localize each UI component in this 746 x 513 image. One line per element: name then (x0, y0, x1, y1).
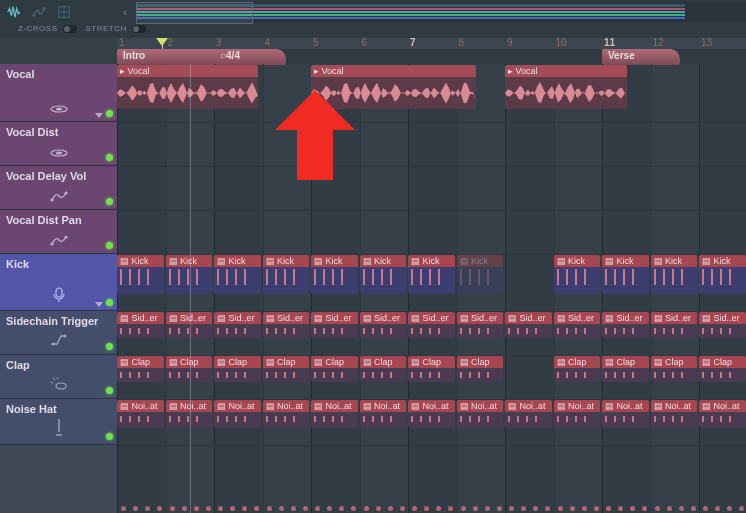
pattern-clip[interactable]: ▤ Noi..at (408, 400, 455, 428)
minimap-viewport[interactable] (136, 2, 253, 24)
timeline-marker[interactable]: Verse (602, 49, 680, 65)
track-expand-icon[interactable] (95, 113, 103, 118)
pattern-clip[interactable]: ▤ Noi..at (651, 400, 698, 428)
track-lane[interactable]: ▤ Clap▤ Clap▤ Clap▤ Clap▤ Clap▤ Clap▤ Cl… (117, 355, 746, 400)
svg-point-1 (43, 7, 46, 10)
pattern-clip[interactable]: ▤ Sid..er (408, 312, 455, 338)
scroll-left-button[interactable]: ‹ (117, 0, 133, 24)
pattern-clip[interactable]: ▤ Kick (408, 255, 455, 294)
pattern-clip[interactable]: ▤ Kick (360, 255, 407, 294)
minimap[interactable] (136, 2, 746, 22)
track-lane[interactable]: ▤ Noi..at▤ Noi..at▤ Noi..at▤ Noi..at▤ No… (117, 399, 746, 446)
pattern-clip[interactable]: ▤ Sid..er (602, 312, 649, 338)
track-header[interactable]: Vocal Delay Vol (0, 166, 117, 210)
clip-label: ▤ Noi..at (602, 400, 649, 412)
pattern-clip[interactable]: ▤ Kick (214, 255, 261, 294)
track-lane[interactable] (117, 122, 746, 167)
pattern-clip[interactable]: ▤ Clap (117, 356, 164, 382)
clip-label: ▤ Clap (117, 356, 164, 368)
track-enable-led[interactable] (106, 299, 113, 306)
arrangement-grid[interactable]: ▸ Vocal▸ Vocal▸ Vocal▤ Kick▤ Kick▤ Kick▤… (117, 64, 746, 513)
audio-clip[interactable]: ▸ Vocal (117, 65, 258, 109)
timeline-marker[interactable]: ○4/4 (214, 49, 286, 65)
pattern-clip[interactable]: ▤ Sid..er (554, 312, 601, 338)
track-header[interactable]: Sidechain Trigger (0, 311, 117, 355)
track-enable-led[interactable] (106, 154, 113, 161)
playhead[interactable] (162, 38, 163, 49)
pattern-clip[interactable]: ▤ Kick (602, 255, 649, 294)
track-header[interactable]: Kick (0, 254, 117, 311)
track-lane[interactable]: ▤ Sid..er▤ Sid..er▤ Sid..er▤ Sid..er▤ Si… (117, 311, 746, 356)
ruler-bar-number: 7 (410, 37, 416, 48)
pattern-clip[interactable]: ▤ Sid..er (651, 312, 698, 338)
clip-label: ▤ Noi..at (699, 400, 746, 412)
pattern-clip[interactable]: ▤ Clap (360, 356, 407, 382)
pattern-clip[interactable]: ▤ Kick (263, 255, 310, 294)
pattern-clip[interactable]: ▤ Noi..at (457, 400, 504, 428)
timeline-ruler[interactable]: 12345678910111213 (117, 38, 746, 49)
track-enable-led[interactable] (106, 110, 113, 117)
grid-tool-icon[interactable] (53, 2, 75, 22)
pattern-clip[interactable]: ▤ Sid..er (699, 312, 746, 338)
pattern-clip[interactable]: ▤ Clap (602, 356, 649, 382)
clip-label: ▤ Clap (457, 356, 504, 368)
pattern-clip[interactable]: ▤ Clap (166, 356, 213, 382)
clip-label: ▤ Sid..er (166, 312, 213, 324)
pattern-clip[interactable]: ▤ Sid..er (457, 312, 504, 338)
pattern-clip[interactable]: ▤ Sid..er (263, 312, 310, 338)
pattern-clip[interactable]: ▤ Sid..er (214, 312, 261, 338)
envelope-tool-icon[interactable] (28, 2, 50, 22)
track-header[interactable]: Vocal Dist (0, 122, 117, 166)
pattern-clip[interactable]: ▤ Kick (554, 255, 601, 294)
audio-clip[interactable]: ▸ Vocal (505, 65, 627, 109)
stretch-toggle[interactable] (132, 25, 146, 33)
pattern-clip[interactable]: ▤ Sid..er (166, 312, 213, 338)
track-lane[interactable]: ▸ Vocal▸ Vocal▸ Vocal (117, 64, 746, 123)
waveform-tool-icon[interactable] (3, 2, 25, 22)
track-header[interactable]: Vocal (0, 64, 117, 122)
pattern-clip[interactable]: ▤ Noi..at (602, 400, 649, 428)
pattern-clip[interactable]: ▤ Sid..er (360, 312, 407, 338)
pattern-clip[interactable]: ▤ Kick (166, 255, 213, 294)
pattern-clip[interactable]: ▤ Kick (699, 255, 746, 294)
pattern-clip[interactable]: ▤ Noi..at (311, 400, 358, 428)
track-enable-led[interactable] (106, 198, 113, 205)
track-header[interactable]: Noise Hat (0, 399, 117, 445)
track-enable-led[interactable] (106, 433, 113, 440)
track-enable-led[interactable] (106, 343, 113, 350)
pattern-clip[interactable]: ▤ Sid..er (311, 312, 358, 338)
pattern-clip[interactable]: ▤ Kick (117, 255, 164, 294)
pattern-clip[interactable]: ▤ Sid..er (505, 312, 552, 338)
pattern-clip[interactable]: ▤ Clap (457, 356, 504, 382)
pattern-clip[interactable]: ▤ Noi..at (166, 400, 213, 428)
pattern-clip[interactable]: ▤ Kick (457, 255, 504, 294)
track-lane[interactable] (117, 210, 746, 255)
track-lane[interactable]: ▤ Kick▤ Kick▤ Kick▤ Kick▤ Kick▤ Kick▤ Ki… (117, 254, 746, 312)
pattern-clip[interactable]: ▤ Noi..at (699, 400, 746, 428)
pattern-clip[interactable]: ▤ Noi..at (505, 400, 552, 428)
pattern-clip[interactable]: ▤ Sid..er (117, 312, 164, 338)
track-header[interactable]: Clap (0, 355, 117, 399)
track-lane[interactable] (117, 166, 746, 211)
pattern-clip[interactable]: ▤ Noi..at (360, 400, 407, 428)
pattern-clip[interactable]: ▤ Kick (651, 255, 698, 294)
track-header[interactable]: Vocal Dist Pan (0, 210, 117, 254)
pattern-clip[interactable]: ▤ Clap (311, 356, 358, 382)
track-enable-led[interactable] (106, 387, 113, 394)
pattern-clip[interactable]: ▤ Clap (651, 356, 698, 382)
marker-lane[interactable]: Intro○4/4Verse (117, 49, 746, 64)
track-expand-icon[interactable] (95, 302, 103, 307)
pattern-clip[interactable]: ▤ Clap (263, 356, 310, 382)
pattern-clip[interactable]: ▤ Noi..at (554, 400, 601, 428)
pattern-clip[interactable]: ▤ Clap (554, 356, 601, 382)
ruler-bar-number: 10 (556, 37, 567, 48)
pattern-clip[interactable]: ▤ Clap (699, 356, 746, 382)
pattern-clip[interactable]: ▤ Clap (214, 356, 261, 382)
track-enable-led[interactable] (106, 242, 113, 249)
zcross-toggle[interactable] (63, 25, 77, 33)
pattern-clip[interactable]: ▤ Noi..at (117, 400, 164, 428)
pattern-clip[interactable]: ▤ Noi..at (263, 400, 310, 428)
pattern-clip[interactable]: ▤ Clap (408, 356, 455, 382)
pattern-clip[interactable]: ▤ Noi..at (214, 400, 261, 428)
pattern-clip[interactable]: ▤ Kick (311, 255, 358, 294)
